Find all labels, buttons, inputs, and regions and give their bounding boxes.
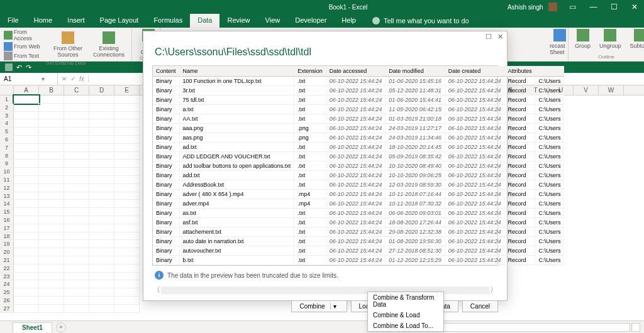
cell[interactable]	[14, 288, 39, 297]
cell[interactable]	[39, 192, 64, 200]
cell[interactable]	[89, 128, 114, 136]
cell[interactable]	[64, 305, 89, 313]
cell[interactable]	[89, 208, 114, 216]
cell[interactable]	[89, 297, 114, 305]
col-header[interactable]: B	[39, 85, 64, 95]
cancel-fx-icon[interactable]: ✕	[62, 75, 67, 82]
cell[interactable]	[89, 224, 114, 232]
table-row[interactable]: BinaryADD LEDGER AND VOUCHER.txt.txt06-1…	[153, 152, 564, 161]
existing-connections[interactable]: Existing Connections	[90, 29, 128, 60]
cell[interactable]	[39, 305, 64, 313]
cell[interactable]	[89, 280, 114, 288]
cell[interactable]	[39, 144, 64, 152]
cell[interactable]	[89, 168, 114, 176]
chevron-down-icon[interactable]: ▾	[330, 303, 339, 310]
select-all-corner[interactable]	[0, 85, 14, 95]
menu-developer[interactable]: Developer	[287, 14, 334, 28]
hscroll[interactable]: 〈 〉	[152, 285, 498, 295]
menu-review[interactable]: Review	[219, 14, 257, 28]
cell[interactable]	[39, 280, 64, 288]
cell[interactable]	[14, 200, 39, 208]
cell[interactable]	[89, 160, 114, 168]
table-row[interactable]: Binaryasf.txt.txt06-10-2022 15:44:2418-0…	[153, 218, 564, 227]
table-row[interactable]: Binaryauto date in narration.txt.txt06-1…	[153, 237, 564, 246]
row-header[interactable]: 1	[0, 96, 14, 104]
cell[interactable]	[89, 265, 114, 273]
cell[interactable]	[89, 216, 114, 224]
scroll-right-icon[interactable]: 〉	[489, 285, 498, 295]
row-header[interactable]: 14	[0, 200, 14, 208]
cell[interactable]	[39, 184, 64, 192]
cell[interactable]	[89, 200, 114, 208]
cell[interactable]	[114, 96, 140, 104]
preview-table[interactable]: ContentNameExtensionDate accessedDate mo…	[152, 65, 498, 266]
cell[interactable]	[64, 104, 89, 112]
cell[interactable]	[114, 152, 140, 160]
cell[interactable]	[89, 288, 114, 297]
table-row[interactable]: BinaryAddressBook.txt.txt06-10-2022 15:4…	[153, 180, 564, 190]
row-header[interactable]: 25	[0, 288, 14, 297]
col-header[interactable]: A	[14, 85, 39, 95]
table-row[interactable]: Binaryadd toolbar buttons to open applic…	[153, 161, 564, 171]
cell[interactable]	[14, 136, 39, 144]
cell[interactable]	[64, 119, 89, 128]
cell[interactable]	[39, 248, 64, 256]
row-header[interactable]: 17	[0, 224, 14, 232]
cell[interactable]	[39, 176, 64, 184]
cell[interactable]	[14, 232, 39, 241]
row-header[interactable]: 6	[0, 136, 14, 144]
cell[interactable]	[89, 240, 114, 248]
cell[interactable]	[14, 144, 39, 152]
row-header[interactable]: 10	[0, 168, 14, 176]
cell[interactable]	[39, 265, 64, 273]
cell[interactable]	[64, 192, 89, 200]
row-header[interactable]: 2	[0, 104, 14, 112]
cell[interactable]	[14, 240, 39, 248]
cell[interactable]	[114, 297, 140, 305]
cell[interactable]	[64, 280, 89, 288]
cell[interactable]	[14, 184, 39, 192]
new-sheet-button[interactable]: +	[56, 322, 66, 332]
cell[interactable]	[14, 192, 39, 200]
cell[interactable]	[114, 119, 140, 128]
cell[interactable]	[14, 152, 39, 160]
menu-file[interactable]: File	[0, 14, 26, 28]
cell[interactable]	[114, 224, 140, 232]
table-row[interactable]: Binaryattachement.txt.txt06-10-2022 15:4…	[153, 227, 564, 237]
table-row[interactable]: Binaryadver.mp4.mp406-10-2022 15:44:2410…	[153, 199, 564, 209]
cell[interactable]	[39, 200, 64, 208]
preview-col-header[interactable]: Name	[179, 66, 294, 77]
cell[interactable]	[64, 224, 89, 232]
cell[interactable]	[39, 152, 64, 160]
cell[interactable]	[14, 216, 39, 224]
cell[interactable]	[114, 240, 140, 248]
cell[interactable]	[114, 305, 140, 313]
cell[interactable]	[114, 136, 140, 144]
cell[interactable]	[14, 168, 39, 176]
row-header[interactable]: 15	[0, 208, 14, 216]
dropdown-option[interactable]: Combine & Transform Data	[368, 292, 443, 310]
cell[interactable]	[114, 192, 140, 200]
row-header[interactable]: 11	[0, 176, 14, 184]
table-row[interactable]: Binaryaas.png.png06-10-2022 15:44:2424-0…	[153, 133, 564, 143]
from-text[interactable]: From Text	[4, 52, 46, 60]
cell[interactable]	[114, 128, 140, 136]
cell[interactable]	[114, 288, 140, 297]
preview-col-header[interactable]	[535, 66, 564, 77]
cell[interactable]	[114, 168, 140, 176]
preview-col-header[interactable]: Date created	[445, 66, 504, 77]
group-button[interactable]: Group	[572, 29, 593, 49]
cell[interactable]	[39, 256, 64, 265]
row-header[interactable]: 8	[0, 152, 14, 160]
row-header[interactable]: 18	[0, 232, 14, 241]
subtotal-button[interactable]: Subtotal	[628, 29, 644, 49]
cell[interactable]	[39, 216, 64, 224]
cell[interactable]	[114, 208, 140, 216]
cell[interactable]	[14, 208, 39, 216]
save-icon[interactable]	[5, 63, 13, 71]
ribbon-display-icon[interactable]: ▭	[564, 3, 582, 11]
dropdown-option[interactable]: Combine & Load To...	[368, 320, 443, 331]
row-header[interactable]: 12	[0, 184, 14, 192]
cell[interactable]	[64, 232, 89, 241]
col-header[interactable]: V	[574, 85, 599, 95]
